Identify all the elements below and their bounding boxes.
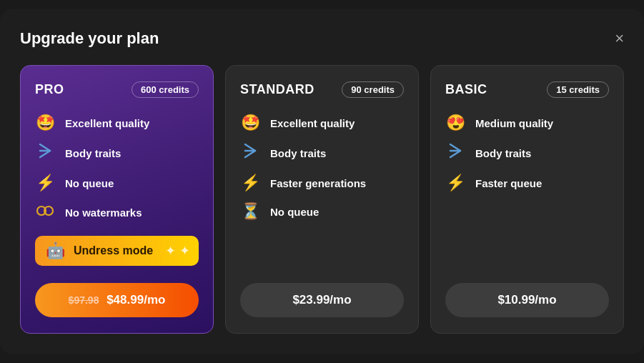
plans-container: PRO 600 credits 🤩 Excellent quality Body…	[20, 65, 624, 334]
emoji-star-struck-icon: 🤩	[35, 114, 55, 132]
emoji-star-struck-icon: 🤩	[240, 114, 260, 132]
feature-body-traits-basic: Body traits	[445, 142, 609, 164]
close-button[interactable]: ×	[615, 31, 624, 46]
feature-excellent-quality-standard: 🤩 Excellent quality	[240, 114, 404, 132]
plan-header-standard: STANDARD 90 credits	[240, 81, 404, 98]
plan-card-pro: PRO 600 credits 🤩 Excellent quality Body…	[20, 65, 214, 334]
plan-card-standard: STANDARD 90 credits 🤩 Excellent quality …	[225, 65, 419, 334]
feature-label: No queue	[65, 177, 114, 189]
feature-undress-mode-pro: 🤖 Undress mode ✦ ✦	[35, 236, 199, 266]
plan-header-pro: PRO 600 credits	[35, 81, 199, 98]
standard-price-button[interactable]: $23.99/mo	[240, 283, 404, 317]
feature-label: Body traits	[270, 147, 326, 159]
features-list-basic: 😍 Medium quality Body traits ⚡ Faster qu…	[445, 114, 609, 266]
price-current: $10.99/mo	[497, 293, 556, 307]
body-traits-icon	[35, 142, 55, 164]
credits-badge-standard: 90 credits	[342, 81, 404, 98]
body-traits-icon	[240, 142, 260, 164]
body-traits-icon	[445, 142, 465, 164]
price-current: $48.99/mo	[106, 293, 165, 307]
feature-label: No watermarks	[65, 207, 142, 219]
feature-label: Faster queue	[475, 177, 542, 189]
feature-label: Undress mode	[74, 244, 153, 257]
plan-name-standard: STANDARD	[240, 82, 314, 97]
plan-header-basic: BASIC 15 credits	[445, 81, 609, 98]
feature-label: Body traits	[475, 147, 531, 159]
price-original: $97.98	[69, 294, 99, 306]
features-list-pro: 🤩 Excellent quality Body traits ⚡ No que…	[35, 114, 199, 266]
hourglass-icon: ⏳	[240, 202, 260, 221]
feature-body-traits-standard: Body traits	[240, 142, 404, 164]
feature-no-queue-pro: ⚡ No queue	[35, 174, 199, 192]
undress-icon: 🤖	[45, 242, 65, 260]
emoji-heart-eyes-icon: 😍	[445, 114, 465, 132]
modal-title: Upgrade your plan	[20, 29, 159, 48]
stars-decoration: ✦ ✦	[165, 243, 190, 259]
feature-label: Excellent quality	[65, 117, 149, 129]
plan-name-pro: PRO	[35, 82, 64, 97]
lightning-icon: ⚡	[240, 174, 260, 192]
feature-label: Medium quality	[475, 117, 553, 129]
basic-price-button[interactable]: $10.99/mo	[445, 283, 609, 317]
plan-name-basic: BASIC	[445, 82, 487, 97]
feature-faster-generations-standard: ⚡ Faster generations	[240, 174, 404, 192]
price-current: $23.99/mo	[292, 293, 351, 307]
feature-label: Excellent quality	[270, 117, 355, 129]
features-list-standard: 🤩 Excellent quality Body traits ⚡ Faster…	[240, 114, 404, 266]
watermark-icon	[35, 202, 55, 223]
feature-faster-queue-basic: ⚡ Faster queue	[445, 174, 609, 192]
feature-excellent-quality-pro: 🤩 Excellent quality	[35, 114, 199, 132]
plan-card-basic: BASIC 15 credits 😍 Medium quality Body t…	[430, 65, 624, 334]
credits-badge-basic: 15 credits	[547, 81, 609, 98]
lightning-icon: ⚡	[445, 174, 465, 192]
feature-no-queue-standard: ⏳ No queue	[240, 202, 404, 221]
feature-label: Faster generations	[270, 177, 366, 189]
lightning-icon: ⚡	[35, 174, 55, 192]
feature-label: Body traits	[65, 147, 121, 159]
feature-body-traits-pro: Body traits	[35, 142, 199, 164]
modal-header: Upgrade your plan ×	[20, 29, 624, 48]
credits-badge-pro: 600 credits	[132, 81, 199, 98]
feature-medium-quality-basic: 😍 Medium quality	[445, 114, 609, 132]
feature-no-watermarks-pro: No watermarks	[35, 202, 199, 223]
pro-price-button[interactable]: $97.98 $48.99/mo	[35, 283, 199, 317]
feature-label: No queue	[270, 206, 319, 218]
upgrade-modal: Upgrade your plan × PRO 600 credits 🤩 Ex…	[0, 9, 644, 354]
